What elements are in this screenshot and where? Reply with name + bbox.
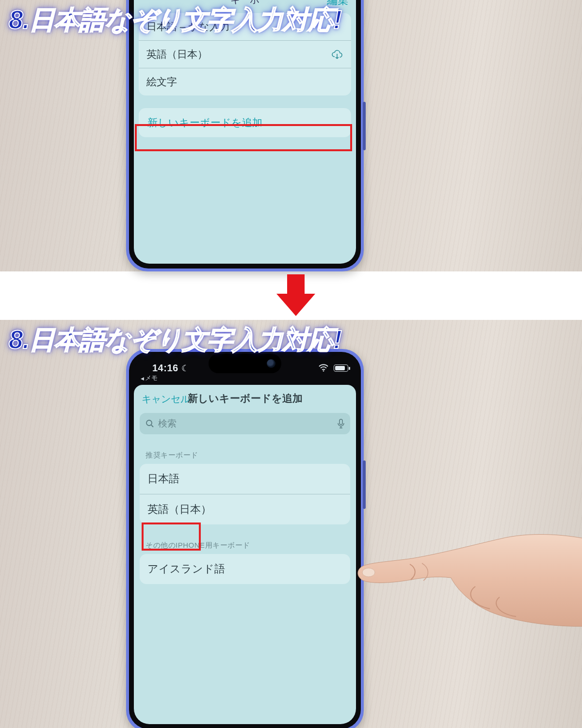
suggested-keyboard-list: 日本語 英語（日本） <box>140 464 350 524</box>
svg-point-0 <box>323 370 324 372</box>
search-placeholder: 検索 <box>158 417 334 430</box>
search-icon <box>146 419 154 428</box>
phone-frame-top: キーボ 編集 日本語 – かな入力 英語（日本） <box>126 0 364 271</box>
keyboard-row-label: 日本語 – かな入力 <box>146 20 230 33</box>
other-icelandic[interactable]: アイスランド語 <box>140 554 350 584</box>
search-input[interactable]: 検索 <box>140 413 350 434</box>
add-keyboard-section: 新しいキーボードを追加 <box>139 108 351 137</box>
keyboard-list: 日本語 – かな入力 英語（日本） 絵文字 <box>139 13 351 95</box>
keyboard-row-label: 英語（日本） <box>146 47 208 61</box>
phone-side-button <box>363 460 366 509</box>
phone-frame-bottom: 14:16 ☾ メモ キャンセル 新しいキーボードを追加 <box>126 349 364 728</box>
section-header-suggested: 推奨キーボード <box>146 451 344 460</box>
do-not-disturb-icon: ☾ <box>181 363 189 374</box>
phone-side-button <box>363 102 366 150</box>
dictation-icon[interactable] <box>338 419 344 428</box>
nav-bar: キーボ 編集 <box>134 0 356 10</box>
sheet-title: 新しいキーボードを追加 <box>134 392 356 405</box>
status-time: 14:16 <box>152 363 178 374</box>
wifi-icon <box>318 364 329 372</box>
add-keyboard-sheet: キャンセル 新しいキーボードを追加 検索 推奨キーボード <box>134 385 356 724</box>
battery-icon <box>334 364 348 372</box>
other-keyboard-list: アイスランド語 <box>140 554 350 584</box>
add-new-keyboard-button[interactable]: 新しいキーボードを追加 <box>139 108 351 137</box>
cloud-download-icon[interactable] <box>331 49 343 59</box>
keyboard-row-japanese-kana[interactable]: 日本語 – かな入力 <box>139 13 351 41</box>
suggested-english-japan[interactable]: 英語（日本） <box>140 494 350 524</box>
edit-button[interactable]: 編集 <box>327 0 348 8</box>
dynamic-island <box>209 354 281 373</box>
svg-rect-2 <box>340 419 342 425</box>
keyboard-row-emoji[interactable]: 絵文字 <box>139 68 351 95</box>
keyboard-row-english-japan[interactable]: 英語（日本） <box>139 41 351 68</box>
suggested-japanese[interactable]: 日本語 <box>140 464 350 494</box>
keyboard-row-label: 絵文字 <box>146 75 177 89</box>
section-header-other: その他のIPHONE用キーボード <box>146 541 344 550</box>
nav-title: キーボ <box>134 0 356 6</box>
svg-point-1 <box>146 420 152 426</box>
arrow-down-icon <box>276 274 315 318</box>
back-to-app[interactable]: メモ <box>141 374 158 382</box>
